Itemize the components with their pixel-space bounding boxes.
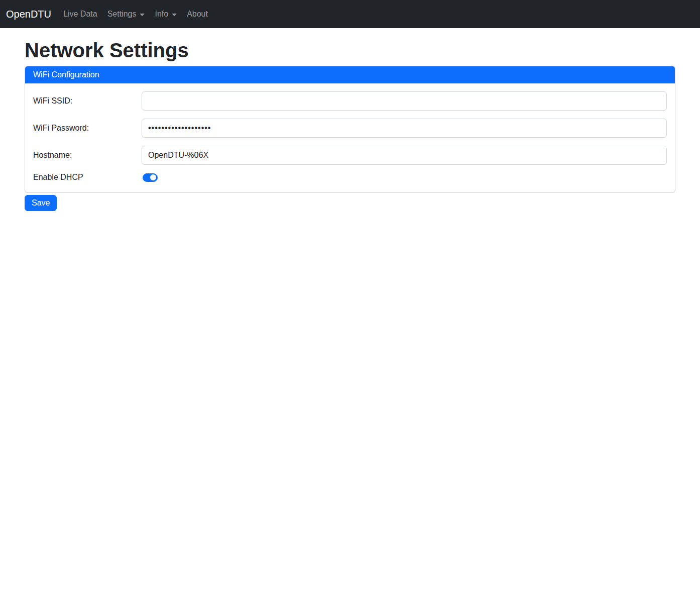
wifi-password-input[interactable] bbox=[142, 119, 667, 138]
chevron-down-icon bbox=[172, 14, 177, 16]
nav-item-live-data[interactable]: Live Data bbox=[59, 6, 101, 23]
nav-item-settings-label: Settings bbox=[107, 10, 137, 19]
form-row-enable-dhcp: Enable DHCP bbox=[33, 173, 667, 182]
form-row-wifi-password: WiFi Password: bbox=[33, 119, 667, 138]
page: OpenDTU Live Data Settings Info bbox=[0, 0, 700, 603]
main-container: Network Settings WiFi Configuration WiFi… bbox=[19, 39, 681, 211]
brand-opendtu[interactable]: OpenDTU bbox=[6, 7, 51, 22]
wifi-ssid-input[interactable] bbox=[142, 91, 667, 111]
nav-item-about-label: About bbox=[187, 10, 208, 19]
card-body: WiFi SSID: WiFi Password: Hostname: Enab… bbox=[25, 83, 675, 192]
hostname-input[interactable] bbox=[142, 146, 667, 165]
hostname-label: Hostname: bbox=[33, 151, 142, 160]
nav-item-about[interactable]: About bbox=[183, 6, 212, 23]
nav-item-settings[interactable]: Settings bbox=[103, 6, 149, 23]
form-row-hostname: Hostname: bbox=[33, 146, 667, 165]
nav-item-live-data-label: Live Data bbox=[63, 10, 97, 19]
wifi-password-label: WiFi Password: bbox=[33, 124, 142, 133]
enable-dhcp-label: Enable DHCP bbox=[33, 173, 142, 182]
nav-item-info[interactable]: Info bbox=[151, 6, 181, 23]
chevron-down-icon bbox=[140, 14, 145, 16]
enable-dhcp-switch-wrap bbox=[142, 173, 667, 182]
wifi-configuration-card: WiFi Configuration WiFi SSID: WiFi Passw… bbox=[25, 66, 675, 193]
enable-dhcp-toggle[interactable] bbox=[143, 173, 158, 182]
toggle-knob bbox=[150, 174, 156, 180]
nav-item-info-label: Info bbox=[155, 10, 168, 19]
page-title: Network Settings bbox=[25, 39, 675, 62]
save-button[interactable]: Save bbox=[25, 195, 57, 211]
card-header: WiFi Configuration bbox=[25, 66, 675, 83]
top-navbar: OpenDTU Live Data Settings Info bbox=[0, 0, 700, 28]
form-row-wifi-ssid: WiFi SSID: bbox=[33, 91, 667, 111]
navbar-menu: Live Data Settings Info About bbox=[59, 6, 214, 23]
wifi-ssid-label: WiFi SSID: bbox=[33, 96, 142, 106]
